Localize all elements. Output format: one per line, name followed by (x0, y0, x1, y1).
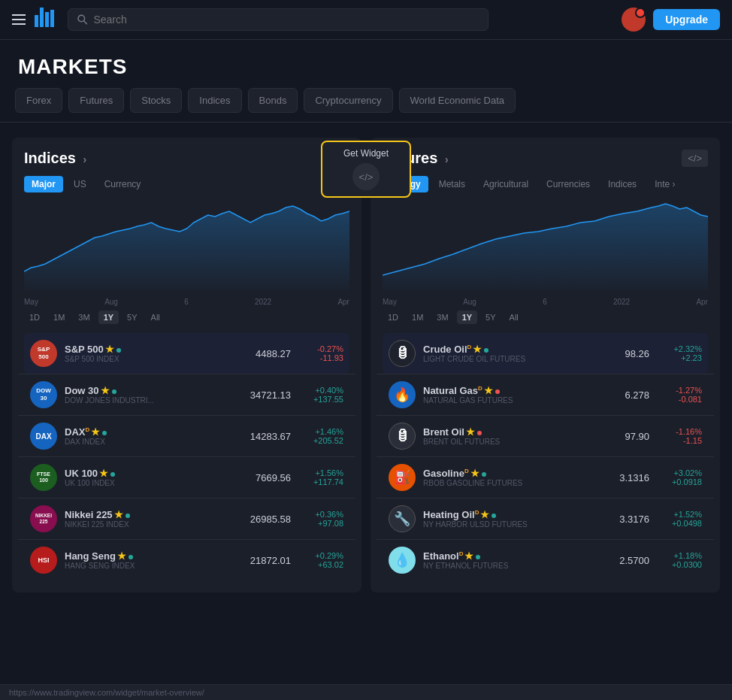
header: Upgrade (0, 0, 732, 40)
heatingoil-sub: NY HARBOR ULSD FUTURES (423, 520, 589, 529)
nikkei-price: 26985.58 (238, 514, 291, 525)
indices-tab-us[interactable]: US (66, 176, 94, 192)
table-row[interactable]: HSI Hang Seng★ HANG SENG INDEX 21872.01 … (24, 540, 349, 580)
status-url: https://www.tradingview.com/widget/marke… (9, 688, 204, 697)
ftse-name: UK 100★ (65, 468, 231, 479)
crude-change: +2.32%+2.23 (657, 344, 702, 362)
dax-price: 14283.67 (238, 431, 291, 442)
tab-world-economic-data[interactable]: World Economic Data (399, 88, 516, 113)
tab-futures[interactable]: Futures (68, 88, 124, 113)
table-row[interactable]: 🔥 Natural GasD★ NATURAL GAS FUTURES 6.27… (383, 374, 708, 415)
main-content: Get Widget </> Indices › </> Major US Cu… (0, 123, 732, 608)
table-row[interactable]: DAX DAXD★ DAX INDEX 14283.67 +1.46%+205.… (24, 416, 349, 456)
svg-rect-0 (35, 15, 38, 27)
futures-time-1m[interactable]: 1M (407, 311, 428, 324)
sp500-sub: S&P 500 INDEX (65, 355, 231, 363)
ethanol-info: EthanolD★ NY ETHANOL FUTURES (423, 550, 589, 570)
hamburger-menu[interactable] (12, 14, 26, 25)
page-title-area: MARKETS (0, 40, 732, 88)
tab-bonds[interactable]: Bonds (248, 88, 298, 113)
brentoil-name: Brent Oil★ (423, 426, 589, 438)
search-input[interactable] (93, 14, 479, 26)
nikkei-change: +0.36%+97.08 (298, 510, 343, 528)
nikkei-sub: NIKKEI 225 INDEX (65, 520, 231, 529)
natgas-sub: NATURAL GAS FUTURES (423, 396, 589, 405)
table-row[interactable]: 🔧 Heating OilD★ NY HARBOR ULSD FUTURES 3… (383, 498, 708, 539)
futures-tab-agricultural[interactable]: Agricultural (476, 176, 536, 192)
upgrade-button[interactable]: Upgrade (653, 9, 720, 30)
nikkei-info: Nikkei 225★ NIKKEI 225 INDEX (65, 509, 231, 529)
futures-sub-tabs: Energy Metals Agricultural Currencies In… (383, 176, 708, 192)
indices-time-all[interactable]: All (146, 311, 165, 324)
futures-tab-inte[interactable]: Inte › (647, 176, 682, 192)
table-row[interactable]: S&P500 S&P 500★ S&P 500 INDEX 4488.27 -0… (24, 333, 349, 374)
widget-popup-label: Get Widget (343, 148, 389, 159)
natgas-info: Natural GasD★ NATURAL GAS FUTURES (423, 385, 589, 405)
widget-code-button[interactable]: </> (352, 163, 380, 190)
gasoline-logo: ⛽ (389, 464, 416, 491)
futures-tab-metals[interactable]: Metals (431, 176, 473, 192)
natgas-price: 6.278 (597, 389, 649, 401)
futures-time-1d[interactable]: 1D (383, 311, 404, 324)
heatingoil-name: Heating OilD★ (423, 509, 589, 520)
futures-time-all[interactable]: All (504, 311, 524, 324)
dax-sub: DAX INDEX (65, 438, 231, 446)
heatingoil-change: +1.52%+0.0498 (657, 510, 702, 528)
futures-tab-indices[interactable]: Indices (600, 176, 644, 192)
indices-panel-header: Indices › </> (24, 150, 349, 167)
indices-tab-major[interactable]: Major (24, 176, 63, 192)
brentoil-change: -1.16%-1.15 (657, 427, 702, 445)
svg-line-5 (84, 21, 87, 24)
tab-forex[interactable]: Forex (15, 88, 62, 113)
tab-indices[interactable]: Indices (188, 88, 241, 113)
avatar[interactable] (622, 8, 646, 32)
indices-time-5y[interactable]: 5Y (122, 311, 142, 324)
natgas-logo: 🔥 (389, 381, 416, 408)
dax-logo: DAX (30, 423, 57, 450)
indices-time-1m[interactable]: 1M (48, 311, 70, 324)
futures-time-1y[interactable]: 1Y (457, 311, 477, 324)
gasoline-sub: RBOB GASOLINE FUTURES (423, 479, 589, 487)
table-row[interactable]: NIKKEI225 Nikkei 225★ NIKKEI 225 INDEX 2… (24, 498, 349, 539)
indices-time-1d[interactable]: 1D (24, 311, 45, 324)
table-row[interactable]: DOW30 Dow 30★ DOW JONES INDUSTRI... 3472… (24, 374, 349, 415)
nikkei-logo: NIKKEI225 (30, 505, 57, 532)
natgas-change: -1.27%-0.081 (657, 386, 702, 404)
ethanol-change: +1.18%+0.0300 (657, 551, 702, 569)
status-bar: https://www.tradingview.com/widget/marke… (0, 684, 732, 700)
indices-tab-currency[interactable]: Currency (97, 176, 149, 192)
table-row[interactable]: 🛢 Crude OilD★ LIGHT CRUDE OIL FUTURES 98… (383, 333, 708, 374)
ftse-change: +1.56%+117.74 (298, 468, 343, 486)
table-row[interactable]: 🛢 Brent Oil★ BRENT OIL FUTURES 97.90 -1.… (383, 416, 708, 456)
dow30-logo: DOW30 (30, 381, 57, 408)
crude-sub: LIGHT CRUDE OIL FUTURES (423, 355, 589, 363)
brentoil-logo: 🛢 (389, 423, 416, 450)
heatingoil-price: 3.3176 (597, 514, 649, 525)
widget-popup: Get Widget </> (321, 141, 411, 198)
table-row[interactable]: FTSE100 UK 100★ UK 100 INDEX 7669.56 +1.… (24, 457, 349, 498)
gasoline-name: GasolineD★ (423, 468, 589, 479)
futures-tab-currencies[interactable]: Currencies (539, 176, 597, 192)
brentoil-sub: BRENT OIL FUTURES (423, 438, 589, 446)
search-bar[interactable] (68, 8, 489, 31)
tab-cryptocurrency[interactable]: Cryptocurrency (304, 88, 392, 113)
futures-code-button[interactable]: </> (682, 150, 708, 167)
indices-panel-title[interactable]: Indices › (24, 150, 86, 167)
hsi-sub: HANG SENG INDEX (65, 562, 231, 570)
page-title: MARKETS (18, 55, 714, 79)
futures-title-arrow: › (445, 153, 449, 165)
gasoline-price: 3.1316 (597, 472, 649, 483)
indices-time-1y[interactable]: 1Y (98, 311, 119, 324)
sp500-change: -0.27%-11.93 (298, 344, 343, 362)
table-row[interactable]: ⛽ GasolineD★ RBOB GASOLINE FUTURES 3.131… (383, 457, 708, 498)
heatingoil-logo: 🔧 (389, 505, 416, 532)
crude-logo: 🛢 (389, 340, 416, 367)
tab-stocks[interactable]: Stocks (130, 88, 182, 113)
nikkei-name: Nikkei 225★ (65, 509, 231, 520)
table-row[interactable]: 💧 EthanolD★ NY ETHANOL FUTURES 2.5700 +1… (383, 540, 708, 580)
futures-time-3m[interactable]: 3M (431, 311, 453, 324)
futures-time-5y[interactable]: 5Y (480, 311, 501, 324)
indices-time-3m[interactable]: 3M (73, 311, 95, 324)
sp500-price: 4488.27 (238, 348, 291, 359)
ftse-info: UK 100★ UK 100 INDEX (65, 468, 231, 487)
